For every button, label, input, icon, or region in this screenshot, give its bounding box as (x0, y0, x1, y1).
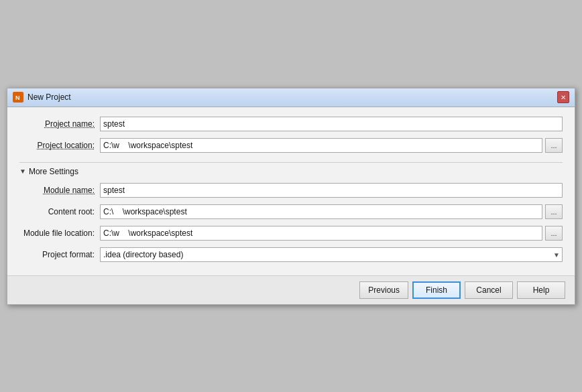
project-format-select-container: .idea (directory based) .ipr (file based… (100, 247, 563, 262)
module-name-label: Module name: (19, 186, 100, 195)
project-location-row: Project location: ... (19, 138, 563, 153)
module-file-location-row: Module file location: ... (19, 226, 563, 241)
module-file-location-input-wrap: ... (100, 226, 563, 241)
project-name-label: Project name: (19, 119, 100, 129)
module-name-input-wrap (100, 183, 563, 198)
project-format-label: Project format: (19, 250, 100, 259)
project-location-input[interactable] (100, 138, 542, 153)
content-root-row: Content root: ... (19, 204, 563, 219)
module-file-location-input[interactable] (100, 226, 542, 241)
project-format-select-wrap: .idea (directory based) .ipr (file based… (100, 247, 563, 262)
title-bar: N New Project ✕ (7, 88, 575, 107)
content-root-input-wrap: ... (100, 204, 563, 219)
project-location-label: Project location: (19, 141, 100, 150)
project-name-row: Project name: (19, 117, 563, 131)
svg-text:N: N (15, 94, 20, 101)
more-settings-label: More Settings (29, 167, 78, 176)
previous-button[interactable]: Previous (359, 281, 408, 299)
project-name-input-wrap (100, 117, 563, 131)
dialog-footer: Previous Finish Cancel Help (7, 275, 575, 304)
title-bar-left: N New Project (13, 92, 71, 103)
more-settings-toggle[interactable]: ▼ More Settings (19, 167, 563, 176)
dialog-body: Project name: Project location: ... ▼ Mo… (7, 107, 575, 275)
cancel-button[interactable]: Cancel (465, 281, 513, 299)
project-location-input-wrap: ... (100, 138, 563, 153)
content-root-label: Content root: (19, 207, 100, 216)
project-location-browse-button[interactable]: ... (545, 138, 563, 153)
project-format-row: Project format: .idea (directory based) … (19, 247, 563, 262)
expand-icon: ▼ (19, 168, 26, 175)
module-file-location-label: Module file location: (19, 228, 100, 238)
close-button[interactable]: ✕ (557, 91, 569, 103)
new-project-dialog: N New Project ✕ Project name: Project lo… (7, 88, 575, 305)
help-button[interactable]: Help (517, 281, 565, 299)
dialog-icon: N (13, 92, 23, 103)
module-name-input[interactable] (100, 183, 563, 198)
project-format-select[interactable]: .idea (directory based) .ipr (file based… (100, 247, 563, 262)
more-settings-section: ▼ More Settings Module name: Content roo… (19, 162, 563, 269)
dialog-title: New Project (27, 92, 71, 102)
content-root-input[interactable] (100, 204, 542, 219)
content-root-browse-button[interactable]: ... (545, 204, 563, 219)
project-name-input[interactable] (100, 117, 563, 131)
module-file-location-browse-button[interactable]: ... (545, 226, 563, 241)
module-name-row: Module name: (19, 183, 563, 198)
finish-button[interactable]: Finish (412, 281, 461, 299)
